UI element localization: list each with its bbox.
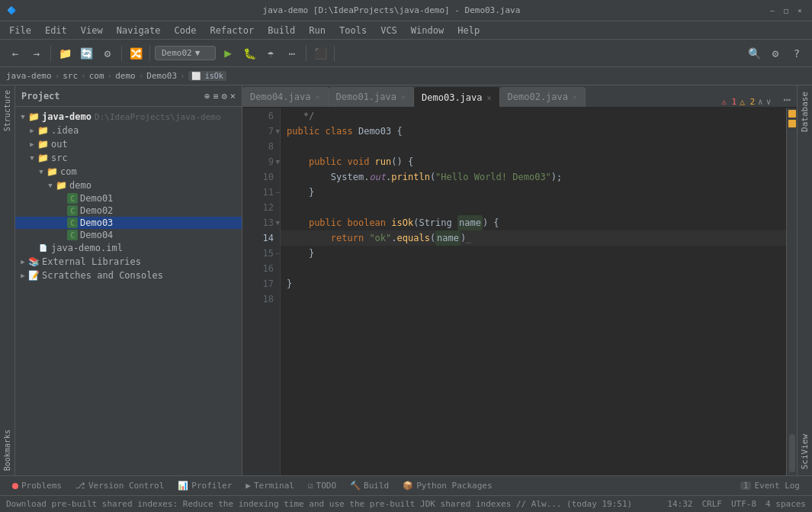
tree-demo[interactable]: ▼ 📁 demo xyxy=(15,179,242,192)
fold-arrow-15[interactable]: — xyxy=(276,246,280,261)
tree-root[interactable]: ▼ 📁 java-demo D:\IdeaProjects\java-demo xyxy=(15,110,242,124)
terminal-tab[interactable]: ▶ Terminal xyxy=(239,479,300,492)
menu-item-run[interactable]: Run xyxy=(303,24,332,37)
panel-close-icon[interactable]: × xyxy=(230,91,236,101)
tree-src[interactable]: ▼ 📁 src xyxy=(15,151,242,165)
run-config-dropdown[interactable]: Demo02 ▼ xyxy=(155,46,216,60)
menu-item-build[interactable]: Build xyxy=(262,24,301,37)
panel-collapse-icon[interactable]: ≡ xyxy=(213,91,218,101)
tab-demo02-close[interactable]: × xyxy=(573,93,577,101)
line-ending[interactable]: CRLF xyxy=(701,499,722,509)
tree-com[interactable]: ▼ 📁 com xyxy=(15,165,242,179)
minimize-button[interactable]: – xyxy=(766,5,778,17)
menu-item-view[interactable]: View xyxy=(75,24,109,37)
code-line-14[interactable]: 💡 return "ok".equals(name)_ xyxy=(281,230,786,246)
encoding[interactable]: UTF-8 xyxy=(731,499,756,509)
tab-demo02[interactable]: Demo02.java × xyxy=(500,87,586,107)
menu-item-tools[interactable]: Tools xyxy=(333,24,373,37)
settings-gear-button[interactable]: ⚙ xyxy=(766,44,785,63)
tab-demo04[interactable]: Demo04.java × xyxy=(242,87,329,107)
tab-demo03-close[interactable]: × xyxy=(487,94,492,102)
problems-tab[interactable]: Problems xyxy=(6,479,68,492)
tree-out[interactable]: ▶ 📁 out xyxy=(15,137,242,151)
tree-demo04[interactable]: C Demo04 xyxy=(15,229,242,241)
todo-tab[interactable]: ☑ TODO xyxy=(302,479,342,492)
profiler-tab[interactable]: 📊 Profiler xyxy=(172,479,238,492)
fold-arrow-11[interactable]: — xyxy=(276,185,280,200)
breadcrumb-com[interactable]: com xyxy=(89,71,104,81)
fold-arrow-7[interactable]: ▼ xyxy=(276,124,280,139)
panel-add-icon[interactable]: ⊕ xyxy=(204,91,210,101)
breadcrumb-src[interactable]: src xyxy=(63,71,78,81)
fold-arrow-13[interactable]: ▼ xyxy=(276,215,280,230)
close-button[interactable]: × xyxy=(794,5,806,17)
breadcrumb-class[interactable]: Demo03 xyxy=(146,71,177,81)
tree-demo03[interactable]: C Demo03 xyxy=(15,217,242,229)
toolbar-sync-button[interactable]: 🔄 xyxy=(77,44,95,63)
cursor-position[interactable]: 14:32 xyxy=(667,499,692,509)
version-control-tab[interactable]: ⎇ Version Control xyxy=(69,479,170,492)
expand-icon[interactable]: ∧ xyxy=(758,97,763,107)
toolbar-forward-button[interactable]: → xyxy=(27,44,46,63)
menu-item-file[interactable]: File xyxy=(3,24,37,37)
code-area[interactable]: */ public class Demo03 { public void run… xyxy=(281,108,786,475)
error-marker-2[interactable] xyxy=(788,120,796,127)
breadcrumb-demo[interactable]: demo xyxy=(115,71,136,81)
panel-gear-icon[interactable]: ⚙ xyxy=(222,91,227,101)
menu-item-refactor[interactable]: Refactor xyxy=(204,24,260,37)
tree-idea[interactable]: ▶ 📁 .idea xyxy=(15,124,242,137)
tree-scratches-arrow[interactable]: ▶ xyxy=(18,272,27,279)
error-marker-1[interactable] xyxy=(788,110,796,118)
toolbar-back-button[interactable]: ← xyxy=(6,44,24,63)
collapse-icon[interactable]: ∨ xyxy=(766,97,772,107)
run-button[interactable]: ▶ xyxy=(219,44,237,63)
structure-tab[interactable]: Structure xyxy=(2,85,13,136)
window-controls[interactable]: – □ × xyxy=(766,5,806,17)
tab-demo04-close[interactable]: × xyxy=(315,93,319,101)
src-folder-icon: 📁 xyxy=(37,152,49,164)
toolbar-add-button[interactable]: 📁 xyxy=(56,44,74,63)
tab-demo01[interactable]: Demo01.java × xyxy=(329,87,415,107)
sciview-tab[interactable]: SciView xyxy=(798,428,811,475)
tab-demo03[interactable]: Demo03.java × xyxy=(414,87,500,107)
menu-item-code[interactable]: Code xyxy=(168,24,203,37)
database-tab[interactable]: Database xyxy=(798,85,811,138)
menu-item-navigate[interactable]: Navigate xyxy=(111,24,167,37)
bookmarks-tab[interactable]: Bookmarks xyxy=(2,425,13,475)
tree-root-arrow[interactable]: ▼ xyxy=(18,113,27,121)
maximize-button[interactable]: □ xyxy=(780,5,792,17)
tree-out-arrow[interactable]: ▶ xyxy=(27,140,37,148)
breadcrumb-method[interactable]: ⬜ isOk xyxy=(188,71,226,81)
menu-item-vcs[interactable]: VCS xyxy=(374,24,403,37)
fold-arrow-9[interactable]: ▼ xyxy=(276,154,280,169)
tab-demo01-close[interactable]: × xyxy=(401,93,406,101)
more-actions-button[interactable]: ⋯ xyxy=(283,44,301,63)
breadcrumb-project[interactable]: java-demo xyxy=(6,71,52,81)
tab-more-button[interactable]: ⋯ xyxy=(777,92,797,107)
scrollbar-thumb[interactable] xyxy=(789,434,795,472)
menu-item-window[interactable]: Window xyxy=(405,24,450,37)
tree-extlib[interactable]: ▶ 📚 External Libraries xyxy=(15,255,242,269)
search-everywhere-button[interactable]: 🔍 xyxy=(745,44,763,63)
tree-com-arrow[interactable]: ▼ xyxy=(37,168,46,175)
menu-item-help[interactable]: Help xyxy=(451,24,486,37)
python-packages-tab[interactable]: 📦 Python Packages xyxy=(396,479,498,492)
debug-button[interactable]: 🐛 xyxy=(240,44,258,63)
tree-demo01[interactable]: C Demo01 xyxy=(15,192,242,204)
build-tab[interactable]: 🔨 Build xyxy=(344,479,395,492)
tree-demo-arrow[interactable]: ▼ xyxy=(46,182,55,189)
tree-iml[interactable]: 📄 java-demo.iml xyxy=(15,241,242,255)
coverage-button[interactable]: ☂ xyxy=(262,44,280,63)
indent[interactable]: 4 spaces xyxy=(765,499,806,509)
stop-button[interactable]: ⬛ xyxy=(311,44,329,63)
tree-idea-arrow[interactable]: ▶ xyxy=(27,127,37,134)
help-button[interactable]: ? xyxy=(788,44,806,63)
tree-extlib-arrow[interactable]: ▶ xyxy=(18,258,27,266)
tree-demo02[interactable]: C Demo02 xyxy=(15,204,242,217)
tree-scratches[interactable]: ▶ 📝 Scratches and Consoles xyxy=(15,269,242,282)
event-log-tab[interactable]: 1 Event Log xyxy=(734,479,806,492)
menu-item-edit[interactable]: Edit xyxy=(39,24,73,37)
tree-src-arrow[interactable]: ▼ xyxy=(27,154,37,162)
toolbar-vcs-button[interactable]: 🔀 xyxy=(127,44,145,63)
toolbar-settings-button[interactable]: ⚙ xyxy=(98,44,117,63)
